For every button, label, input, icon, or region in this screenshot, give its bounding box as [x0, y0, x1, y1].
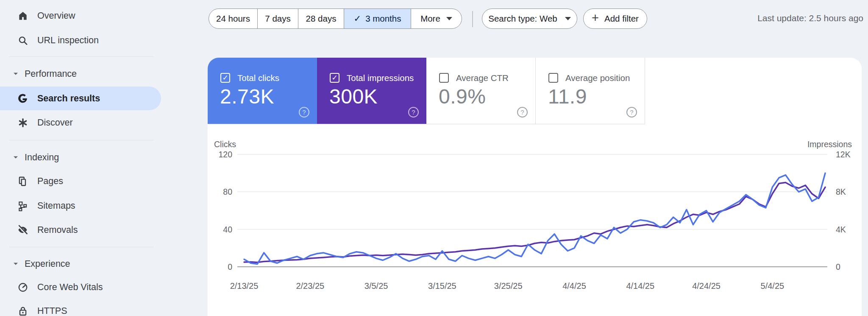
metric-tiles-row: ✓ Total clicks 2.73K ? ✓ Total impressio… [208, 58, 645, 124]
metric-value: 11.9 [548, 85, 587, 108]
gauge-icon [17, 282, 28, 293]
metric-label: Average CTR [456, 73, 509, 83]
date-range-3-months[interactable]: ✓ 3 months [344, 9, 411, 28]
svg-text:3/15/25: 3/15/25 [428, 281, 456, 291]
svg-text:2/23/25: 2/23/25 [296, 281, 324, 291]
svg-text:5/4/25: 5/4/25 [761, 281, 785, 291]
checkbox-unchecked-icon[interactable] [439, 73, 449, 83]
metric-label: Total clicks [237, 73, 279, 83]
svg-text:4K: 4K [836, 225, 846, 234]
check-icon: ✓ [354, 14, 362, 24]
date-range-more-button[interactable]: More [411, 9, 462, 28]
sidebar-section-indexing[interactable]: Indexing [0, 148, 161, 167]
search-console-performance-page: { "sidebar": { "top_items": [ { "label":… [0, 0, 868, 316]
svg-text:Clicks: Clicks [214, 140, 236, 149]
discover-asterisk-icon [17, 117, 28, 129]
lock-icon [17, 305, 28, 316]
sidebar-item-sitemaps[interactable]: Sitemaps [0, 196, 161, 215]
plus-icon: + [592, 12, 599, 24]
sidebar: Overview URL inspection Performance Sear… [0, 0, 161, 316]
svg-text:0: 0 [228, 262, 232, 271]
date-range-28-days[interactable]: 28 days [298, 9, 344, 28]
pages-icon [17, 176, 28, 187]
date-range-label: More [420, 14, 440, 24]
metric-tile-average-position[interactable]: Average position 11.9 ? [536, 58, 645, 124]
svg-text:0: 0 [836, 262, 840, 271]
chevron-down-icon [12, 260, 19, 267]
metric-tile-average-ctr[interactable]: Average CTR 0.9% ? [426, 58, 536, 124]
svg-text:4/4/25: 4/4/25 [562, 281, 586, 291]
sidebar-section-label: Indexing [25, 152, 59, 163]
performance-chart[interactable]: 00404K808K12012KClicksImpressions2/13/25… [208, 136, 862, 310]
home-icon [17, 10, 28, 22]
metric-value: 0.9% [439, 85, 486, 108]
sidebar-item-label: Search results [37, 93, 100, 104]
svg-text:4/24/25: 4/24/25 [692, 281, 721, 291]
svg-text:8K: 8K [836, 187, 846, 196]
svg-text:12K: 12K [836, 150, 851, 159]
help-icon[interactable]: ? [626, 107, 637, 117]
sidebar-item-discover[interactable]: Discover [0, 113, 161, 132]
help-icon[interactable]: ? [517, 107, 528, 117]
chevron-down-icon [12, 70, 19, 77]
svg-text:40: 40 [223, 225, 232, 234]
eye-off-icon [17, 224, 28, 236]
checkbox-unchecked-icon[interactable] [548, 73, 558, 83]
search-type-dropdown[interactable]: Search type: Web [482, 8, 577, 29]
svg-text:3/25/25: 3/25/25 [494, 281, 523, 291]
svg-text:3/5/25: 3/5/25 [364, 281, 388, 291]
svg-text:Impressions: Impressions [807, 140, 852, 149]
metric-label: Average position [565, 73, 630, 83]
date-range-label: 3 months [365, 14, 401, 24]
date-range-label: 24 hours [216, 14, 250, 24]
sidebar-item-label: Sitemaps [37, 201, 75, 211]
metric-tile-total-clicks[interactable]: ✓ Total clicks 2.73K ? [208, 58, 317, 124]
google-g-icon [17, 93, 28, 104]
help-icon[interactable]: ? [408, 107, 419, 117]
svg-text:4/14/25: 4/14/25 [626, 281, 654, 291]
performance-card: ✓ Total clicks 2.73K ? ✓ Total impressio… [208, 58, 862, 316]
date-range-7-days[interactable]: 7 days [257, 9, 298, 28]
sidebar-item-label: URL inspection [37, 35, 99, 46]
sidebar-item-label: Core Web Vitals [37, 282, 103, 293]
search-icon [17, 35, 28, 46]
svg-text:120: 120 [218, 150, 232, 159]
sidebar-item-search-results[interactable]: Search results [0, 87, 161, 110]
sidebar-item-overview[interactable]: Overview [0, 6, 161, 25]
sidebar-item-url-inspection[interactable]: URL inspection [0, 31, 161, 50]
sidebar-divider [9, 56, 153, 57]
sidebar-divider [9, 247, 153, 247]
sidebar-item-removals[interactable]: Removals [0, 220, 161, 240]
sidebar-item-label: HTTPS [37, 306, 67, 316]
date-range-label: 28 days [306, 14, 337, 24]
search-type-label: Search type: Web [488, 14, 557, 24]
sidebar-item-pages[interactable]: Pages [0, 171, 161, 191]
chevron-down-icon [446, 17, 452, 20]
add-filter-button[interactable]: + Add filter [583, 8, 647, 29]
metric-tile-total-impressions[interactable]: ✓ Total impressions 300K ? [317, 58, 426, 124]
sidebar-section-label: Performance [25, 69, 77, 79]
sidebar-item-core-web-vitals[interactable]: Core Web Vitals [0, 277, 161, 297]
sidebar-divider [9, 140, 153, 140]
last-update-text: Last update: 2.5 hours ago [757, 13, 863, 23]
metric-value: 2.73K [220, 85, 274, 108]
sidebar-section-experience[interactable]: Experience [0, 254, 161, 273]
sidebar-section-label: Experience [25, 259, 70, 269]
date-range-segmented-control: 24 hours 7 days 28 days ✓ 3 months More [209, 8, 462, 29]
metric-value: 300K [329, 85, 378, 108]
chevron-down-icon [12, 154, 19, 161]
sidebar-item-label: Overview [37, 11, 75, 21]
checkbox-checked-icon[interactable]: ✓ [220, 73, 230, 83]
date-range-24-hours[interactable]: 24 hours [209, 9, 257, 28]
sidebar-item-label: Pages [37, 176, 63, 187]
sidebar-item-label: Removals [37, 225, 78, 235]
toolbar-divider [472, 11, 473, 27]
help-icon[interactable]: ? [299, 107, 309, 117]
sidebar-item-https[interactable]: HTTPS [0, 301, 161, 316]
date-range-label: 7 days [265, 14, 290, 24]
sitemaps-icon [17, 200, 28, 212]
add-filter-label: Add filter [604, 14, 639, 24]
checkbox-checked-icon[interactable]: ✓ [330, 73, 339, 83]
svg-text:2/13/25: 2/13/25 [230, 281, 259, 291]
sidebar-section-performance[interactable]: Performance [0, 64, 161, 83]
